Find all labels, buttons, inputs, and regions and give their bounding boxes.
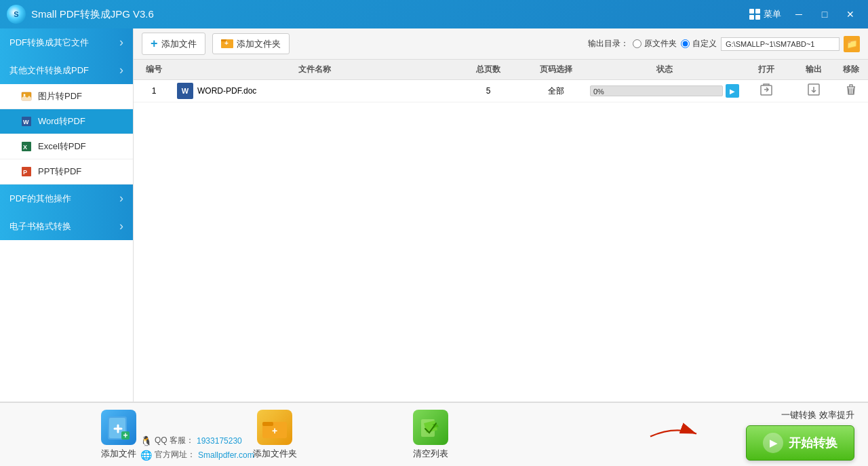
content-area: + 添加文件 + 添加文件夹 输出目录： 原文件夹 自定义 — [134, 28, 868, 402]
bottom-clear-list[interactable]: 清空列表 — [387, 410, 475, 460]
add-file-button[interactable]: + 添加文件 — [142, 33, 205, 55]
output-icon[interactable] — [807, 87, 821, 98]
sidebar-section-pdf-to-other[interactable]: PDF转换成其它文件 › — [0, 28, 133, 56]
file-name: WORD-PDF.doc — [197, 86, 256, 96]
col-open: 打开 — [739, 64, 793, 75]
app-title: Small PDF转换成JPG V3.6 — [31, 8, 743, 21]
sidebar-item-label: PPT转PDF — [38, 166, 81, 178]
radio-custom[interactable] — [681, 39, 690, 48]
radio-original-label[interactable]: 原文件夹 — [633, 38, 677, 50]
file-name-cell: W WORD-PDF.doc — [174, 83, 454, 99]
add-folder-icon: + — [221, 37, 233, 50]
sidebar-item-image-to-pdf[interactable]: 图片转PDF — [0, 84, 133, 109]
qq-info: 🐧 QQ 客服： 1933175230 — [140, 435, 254, 446]
row-output — [793, 83, 834, 99]
start-section: 一键转换 效率提升 ▶ 开始转换 — [746, 403, 854, 466]
radio-original[interactable] — [633, 39, 642, 48]
sidebar-item-label: 图片转PDF — [38, 90, 82, 102]
expand-arrow-icon: › — [119, 35, 123, 50]
title-bar: S Small PDF转换成JPG V3.6 菜单 ─ □ ✕ — [0, 0, 868, 28]
table-header: 编号 文件名称 总页数 页码选择 状态 打开 输出 移除 — [134, 60, 868, 80]
add-file-img: + — [101, 410, 136, 445]
image-icon — [20, 90, 33, 102]
sidebar-item-label: Word转PDF — [38, 115, 85, 128]
excel-icon: X — [20, 140, 33, 153]
website-info: 🌐 官方网址： Smallpdfer.com — [140, 449, 254, 461]
clear-list-img — [413, 410, 448, 445]
website-url[interactable]: Smallpdfer.com — [198, 450, 254, 460]
output-path-input[interactable] — [721, 37, 840, 51]
col-number: 编号 — [134, 64, 174, 75]
add-file-label: 添加文件 — [101, 448, 136, 460]
col-page-select: 页码选择 — [522, 64, 590, 75]
sidebar-item-label: Excel转PDF — [38, 140, 86, 153]
add-folder-button[interactable]: + 添加文件夹 — [212, 33, 290, 54]
svg-text:X: X — [23, 144, 27, 151]
minimize-button[interactable]: ─ — [788, 5, 810, 24]
svg-text:+: + — [123, 431, 127, 440]
radio-custom-label[interactable]: 自定义 — [681, 38, 717, 50]
qq-number[interactable]: 1933175230 — [197, 436, 242, 446]
svg-rect-11 — [761, 85, 772, 95]
radio-original-text: 原文件夹 — [644, 38, 677, 50]
website-label: 官方网址： — [155, 449, 195, 461]
sidebar-section-pdf-other-ops[interactable]: PDF的其他操作 › — [0, 185, 133, 212]
folder-icon: 📁 — [846, 39, 858, 49]
browse-folder-button[interactable]: 📁 — [844, 36, 860, 52]
svg-text:W: W — [23, 119, 29, 125]
website-icon: 🌐 — [140, 450, 152, 461]
sidebar: PDF转换成其它文件 › 其他文件转换成PDF › 图片转PDF W Word转… — [0, 28, 134, 402]
arrow-indicator — [648, 420, 702, 449]
bottom-bar: + 添加文件 + 添加文件夹 清空列表 🐧 QQ — [0, 402, 868, 466]
progress-bar: 0% — [590, 85, 723, 96]
radio-custom-text: 自定义 — [692, 38, 717, 50]
row-page-select: 全部 — [522, 85, 590, 97]
add-file-icon: + — [151, 37, 158, 51]
qq-icon: 🐧 — [140, 435, 152, 446]
start-convert-button[interactable]: ▶ 开始转换 — [746, 425, 854, 461]
row-remove — [834, 83, 868, 99]
table-row: 1 W WORD-PDF.doc 5 全部 0% ▶ — [134, 80, 868, 102]
col-remove: 移除 — [834, 64, 868, 75]
section-label: PDF的其他操作 — [9, 193, 71, 205]
sidebar-section-other-to-pdf[interactable]: 其他文件转换成PDF › — [0, 56, 133, 84]
remove-icon[interactable] — [844, 87, 858, 98]
svg-text:P: P — [23, 169, 27, 176]
ppt-icon: P — [20, 166, 33, 178]
sidebar-item-word-to-pdf[interactable]: W Word转PDF — [0, 109, 133, 134]
menu-label: 菜单 — [764, 8, 781, 20]
sidebar-section-ebook-convert[interactable]: 电子书格式转换 › — [0, 212, 133, 240]
word-doc-icon: W — [177, 83, 193, 99]
section-label: PDF转换成其它文件 — [9, 37, 89, 49]
expand-arrow-icon: › — [119, 219, 123, 233]
sidebar-item-ppt-to-pdf[interactable]: P PPT转PDF — [0, 159, 133, 185]
close-button[interactable]: ✕ — [840, 5, 861, 24]
window-controls: ─ □ ✕ — [788, 5, 861, 24]
play-button[interactable]: ▶ — [726, 84, 739, 98]
expand-arrow-icon: › — [119, 191, 123, 206]
toolbar: + 添加文件 + 添加文件夹 输出目录： 原文件夹 自定义 — [134, 28, 868, 60]
col-pages: 总页数 — [454, 64, 522, 75]
progress-container: 0% ▶ — [590, 84, 739, 98]
progress-text: 0% — [593, 86, 604, 96]
open-icon[interactable] — [760, 87, 773, 98]
sidebar-item-excel-to-pdf[interactable]: X Excel转PDF — [0, 134, 133, 159]
start-btn-label: 开始转换 — [789, 435, 837, 451]
row-number: 1 — [134, 86, 174, 96]
table-body: 1 W WORD-PDF.doc 5 全部 0% ▶ — [134, 80, 868, 402]
expand-arrow-icon: › — [119, 63, 123, 77]
app-logo: S — [7, 5, 26, 24]
section-label: 其他文件转换成PDF — [9, 64, 89, 77]
efficiency-text: 一键转换 效率提升 — [781, 409, 854, 421]
main-layout: PDF转换成其它文件 › 其他文件转换成PDF › 图片转PDF W Word转… — [0, 28, 868, 402]
svg-text:+: + — [224, 39, 229, 47]
add-folder-img: + — [257, 410, 292, 445]
maximize-button[interactable]: □ — [814, 5, 835, 24]
row-open — [739, 83, 793, 99]
section-label: 电子书格式转换 — [9, 220, 71, 233]
menu-button[interactable]: 菜单 — [743, 6, 788, 22]
output-bar: 输出目录： 原文件夹 自定义 📁 — [588, 36, 860, 52]
svg-text:+: + — [272, 425, 277, 436]
add-folder-label: 添加文件夹 — [237, 38, 281, 50]
row-pages: 5 — [454, 86, 522, 96]
